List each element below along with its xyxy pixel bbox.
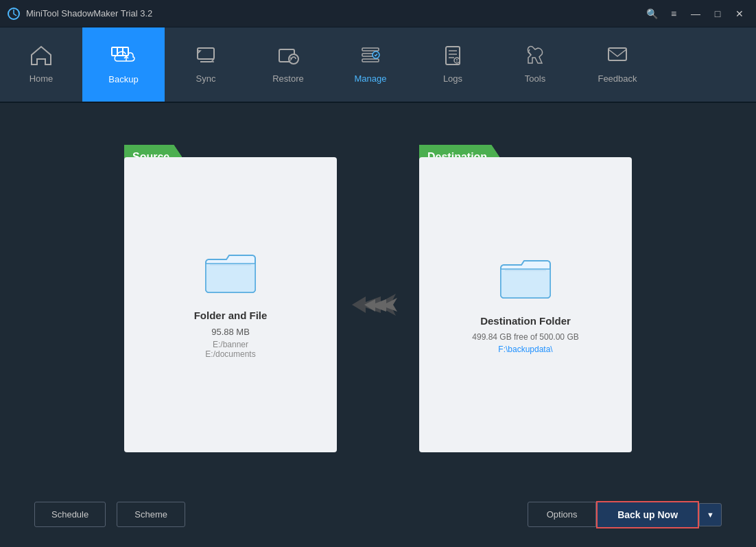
arrow-section xyxy=(337,291,419,318)
nav-backup[interactable]: Backup xyxy=(82,27,165,102)
nav-home-label: Home xyxy=(29,73,54,84)
manage-icon xyxy=(359,45,381,69)
source-path-2: E:/documents xyxy=(205,349,255,359)
nav-logs[interactable]: Logs xyxy=(412,27,494,102)
nav-restore-label: Restore xyxy=(272,73,304,84)
cards-row: Source Folder and File 95.88 MB E:/banne… xyxy=(34,124,722,485)
source-paths: E:/banner E:/documents xyxy=(205,340,255,359)
dest-card[interactable]: Destination Folder 499.84 GB free of 500… xyxy=(419,157,632,452)
app-title: MiniTool ShadowMaker Trial 3.2 xyxy=(26,8,152,19)
backup-icon xyxy=(110,45,137,70)
sync-icon xyxy=(195,45,217,69)
navbar: Home Backup Sync xyxy=(0,27,756,103)
menu-button[interactable]: ≡ xyxy=(664,6,683,21)
nav-home[interactable]: Home xyxy=(0,27,82,102)
source-path-1: E:/banner xyxy=(205,340,255,349)
backup-now-button[interactable]: Back up Now xyxy=(596,501,699,528)
titlebar-controls: 🔍 ≡ — □ ✕ xyxy=(642,6,749,21)
bottom-right: Options Back up Now ▼ xyxy=(528,501,722,528)
nav-tools-label: Tools xyxy=(525,73,545,84)
restore-icon xyxy=(277,45,299,69)
svg-rect-7 xyxy=(362,48,379,51)
tools-icon xyxy=(524,45,546,69)
source-folder-icon xyxy=(203,250,258,297)
svg-point-17 xyxy=(456,61,457,62)
backup-dropdown-button[interactable]: ▼ xyxy=(699,503,722,526)
bottom-left: Schedule Scheme xyxy=(34,502,185,527)
svg-rect-18 xyxy=(609,48,626,60)
close-button[interactable]: ✕ xyxy=(730,6,749,21)
main-content: Source Folder and File 95.88 MB E:/banne… xyxy=(0,103,756,547)
svg-rect-4 xyxy=(198,48,214,59)
options-button[interactable]: Options xyxy=(528,502,596,527)
bottom-bar: Schedule Scheme Options Back up Now ▼ xyxy=(34,485,722,533)
logs-icon xyxy=(442,45,464,69)
nav-logs-label: Logs xyxy=(443,73,462,84)
dest-title: Destination Folder xyxy=(480,315,571,327)
source-title: Folder and File xyxy=(194,310,268,321)
nav-sync-label: Sync xyxy=(196,73,216,84)
source-card[interactable]: Folder and File 95.88 MB E:/banner E:/do… xyxy=(124,157,337,452)
titlebar-left: MiniTool ShadowMaker Trial 3.2 xyxy=(7,7,152,21)
titlebar: MiniTool ShadowMaker Trial 3.2 🔍 ≡ — □ ✕ xyxy=(0,0,756,27)
feedback-icon xyxy=(606,45,628,69)
svg-point-6 xyxy=(289,54,298,64)
search-button[interactable]: 🔍 xyxy=(642,6,661,21)
nav-feedback-label: Feedback xyxy=(598,73,637,84)
dest-path: F:\backupdata\ xyxy=(498,345,552,354)
home-icon xyxy=(30,45,52,69)
source-size: 95.88 MB xyxy=(211,327,250,337)
nav-restore[interactable]: Restore xyxy=(247,27,329,102)
nav-feedback[interactable]: Feedback xyxy=(576,27,659,102)
source-card-wrapper: Source Folder and File 95.88 MB E:/banne… xyxy=(124,157,337,452)
nav-manage-label: Manage xyxy=(355,73,387,84)
scheme-button[interactable]: Scheme xyxy=(117,502,185,527)
dest-free: 499.84 GB free of 500.00 GB xyxy=(472,332,578,342)
dest-card-wrapper: Destination Destination Folder 499.84 GB… xyxy=(419,157,632,452)
maximize-button[interactable]: □ xyxy=(708,6,727,21)
svg-rect-9 xyxy=(362,59,379,62)
nav-backup-label: Backup xyxy=(108,74,138,84)
app-logo xyxy=(7,7,21,21)
dest-folder-icon xyxy=(498,255,553,303)
nav-manage[interactable]: Manage xyxy=(329,27,412,102)
nav-tools[interactable]: Tools xyxy=(494,27,576,102)
nav-sync[interactable]: Sync xyxy=(165,27,247,102)
minimize-button[interactable]: — xyxy=(686,6,705,21)
schedule-button[interactable]: Schedule xyxy=(34,502,106,527)
